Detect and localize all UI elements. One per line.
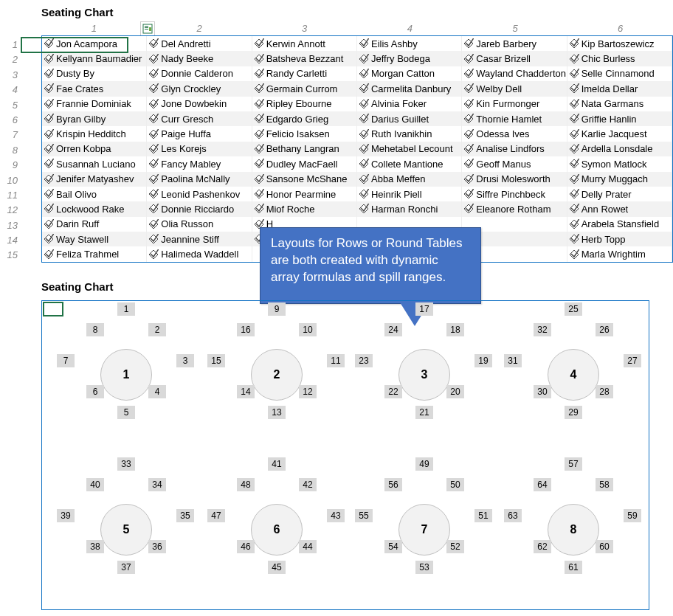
seat[interactable]: 6	[86, 385, 104, 398]
name-cell[interactable]: Harman Ronchi	[357, 201, 462, 216]
table-circle[interactable]: 2	[251, 349, 303, 401]
seat[interactable]: 23	[355, 354, 373, 367]
seat[interactable]: 8	[86, 323, 104, 336]
name-cell[interactable]: Drusi Molesworth	[462, 172, 567, 187]
seat[interactable]: 43	[327, 509, 345, 522]
name-cell[interactable]: Ruth Ivanikhin	[357, 126, 462, 141]
seat[interactable]: 55	[355, 509, 373, 522]
name-cell[interactable]: Ardella Lonsdale	[567, 142, 672, 156]
name-cell[interactable]: Karlie Jacquest	[567, 126, 672, 141]
name-cell[interactable]: Dusty By	[42, 66, 147, 81]
seat[interactable]: 38	[86, 540, 104, 553]
name-cell[interactable]: Byran Gilby	[42, 111, 147, 126]
name-cell[interactable]: Paige Huffa	[147, 126, 252, 141]
seat[interactable]: 4	[148, 385, 166, 398]
name-cell[interactable]: Nady Beeke	[147, 51, 252, 66]
name-cell[interactable]: Darin Ruff	[42, 217, 147, 232]
name-cell[interactable]: Wayland Chadderton	[462, 66, 567, 81]
seat[interactable]: 15	[207, 354, 225, 367]
name-cell[interactable]: Jenifer Matyashev	[42, 172, 147, 187]
table-circle[interactable]: 3	[398, 349, 450, 401]
name-cell[interactable]: Edgardo Grieg	[252, 111, 357, 126]
seat[interactable]: 57	[565, 457, 582, 471]
name-cell[interactable]: Miof Roche	[252, 201, 357, 216]
round-tables-area[interactable]: 1123456782910111213141516317181920212223…	[41, 300, 649, 610]
seat[interactable]: 32	[534, 323, 551, 336]
name-cell[interactable]: Nata Garmans	[567, 97, 672, 111]
seat[interactable]: 25	[565, 302, 582, 316]
name-cell[interactable]: Kip Bartoszewicz	[567, 36, 672, 51]
seat[interactable]: 42	[299, 478, 317, 491]
name-cell[interactable]: Symon Matlock	[567, 156, 672, 171]
seat[interactable]: 27	[624, 354, 641, 367]
seat[interactable]: 2	[148, 323, 166, 336]
seat[interactable]: 29	[565, 406, 582, 419]
seat[interactable]: 46	[237, 540, 255, 553]
name-cell[interactable]: Collete Mantione	[357, 156, 462, 171]
seat[interactable]: 49	[415, 457, 433, 471]
seat[interactable]: 10	[299, 323, 317, 336]
seat[interactable]: 3	[176, 354, 194, 367]
seat[interactable]: 33	[117, 457, 135, 471]
seat[interactable]: 54	[384, 540, 402, 553]
name-cell[interactable]: Thornie Hamlet	[462, 111, 567, 126]
name-cell[interactable]: Eilis Ashby	[357, 36, 462, 51]
name-cell[interactable]: Jone Dowbekin	[147, 97, 252, 111]
name-cell[interactable]: Lockwood Rake	[42, 201, 147, 216]
name-cell[interactable]: Eleanore Rotham	[462, 201, 567, 216]
name-cell[interactable]: Abba Meffen	[357, 172, 462, 187]
name-cell[interactable]: Frannie Dominiak	[42, 97, 147, 111]
name-cell[interactable]: Jon Acampora	[42, 36, 147, 51]
seat[interactable]: 36	[148, 540, 166, 553]
name-cell[interactable]: Herb Topp	[567, 232, 672, 246]
seat[interactable]: 59	[624, 509, 641, 522]
seat[interactable]: 26	[596, 323, 613, 336]
name-cell[interactable]: Odessa Ives	[462, 126, 567, 141]
seat[interactable]: 1	[117, 302, 135, 316]
seat[interactable]: 60	[596, 540, 613, 553]
seat[interactable]: 34	[148, 478, 166, 491]
name-cell[interactable]: Glyn Crockley	[147, 81, 252, 96]
seat[interactable]: 12	[299, 385, 317, 398]
name-cell[interactable]: Kin Furmonger	[462, 97, 567, 111]
table-circle[interactable]: 7	[398, 504, 450, 556]
name-cell[interactable]: Arabela Stansfield	[567, 217, 672, 232]
seat[interactable]: 19	[474, 354, 492, 367]
name-cell[interactable]: Paolina McNally	[147, 172, 252, 187]
table-circle[interactable]: 4	[548, 349, 599, 401]
name-cell[interactable]: Jeffry Bodega	[357, 51, 462, 66]
seat[interactable]: 51	[474, 509, 492, 522]
name-cell[interactable]: Alvinia Foker	[357, 97, 462, 111]
name-cell[interactable]: Analise Lindfors	[462, 142, 567, 156]
name-cell[interactable]: Orren Kobpa	[42, 142, 147, 156]
name-cell[interactable]: Way Stawell	[42, 232, 147, 246]
seat[interactable]: 16	[237, 323, 255, 336]
name-cell[interactable]: Sansone McShane	[252, 172, 357, 187]
name-cell[interactable]: Imelda Dellar	[567, 81, 672, 96]
table-circle[interactable]: 5	[100, 504, 152, 556]
seat[interactable]: 45	[268, 561, 286, 574]
name-cell[interactable]: Mehetabel Lecount	[357, 142, 462, 156]
table-circle[interactable]: 1	[100, 349, 152, 401]
seat[interactable]: 44	[299, 540, 317, 553]
name-cell[interactable]: Selle Cinnamond	[567, 66, 672, 81]
name-cell[interactable]: Kellyann Baumadier	[42, 51, 147, 66]
name-cell[interactable]: Olia Russon	[147, 217, 252, 232]
seat[interactable]: 7	[57, 354, 75, 367]
seat[interactable]: 21	[415, 406, 433, 419]
name-cell[interactable]: Susannah Luciano	[42, 156, 147, 171]
name-cell[interactable]: Randy Carletti	[252, 66, 357, 81]
name-cell[interactable]: Krispin Hedditch	[42, 126, 147, 141]
name-cell[interactable]: Bethany Langran	[252, 142, 357, 156]
name-cell[interactable]: Casar Brizell	[462, 51, 567, 66]
name-cell[interactable]: Delly Prater	[567, 187, 672, 201]
name-cell[interactable]: Griffie Hanlin	[567, 111, 672, 126]
seat[interactable]: 35	[176, 509, 194, 522]
name-cell[interactable]: Halimeda Waddell	[147, 246, 252, 261]
name-cell[interactable]: Bail Olivo	[42, 187, 147, 201]
name-cell[interactable]: Heinrik Piell	[357, 187, 462, 201]
name-cell[interactable]: Donnie Calderon	[147, 66, 252, 81]
seat[interactable]: 22	[384, 385, 402, 398]
name-cell[interactable]: Siffre Pinchbeck	[462, 187, 567, 201]
seat[interactable]: 63	[504, 509, 522, 522]
